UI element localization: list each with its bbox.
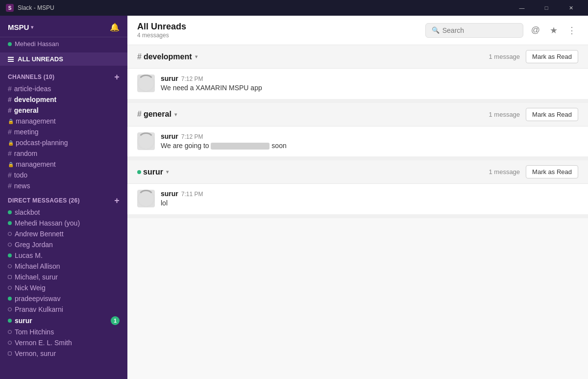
maximize-button[interactable]: □ [535,0,558,16]
message-text: We are going to soon [161,141,578,151]
dm-item-vernon-el[interactable]: Vernon E. L. Smith [0,337,127,348]
dm-status-dot [8,297,12,301]
search-input[interactable] [442,26,517,34]
msg-count-label: 1 message [489,168,520,176]
dm-item-mehedi[interactable]: Mehedi Hassan (you) [0,218,127,228]
slack-logo-icon: S [6,4,14,12]
dm-section-header: DIRECT MESSAGES (26) + [0,191,127,207]
chevron-down-icon: ▾ [195,54,197,59]
channel-item-todo[interactable]: # todo [0,170,127,180]
mark-read-button-general[interactable]: Mark as Read [526,108,578,121]
dm-item-pradeep[interactable]: pradeepviswav [0,293,127,304]
section-meta: 1 message Mark as Read [489,50,578,63]
chevron-down-icon: ▾ [166,169,169,175]
sidebar: MSPU ▾ 🔔 Mehedi Hassan ALL UNREADS CHANN… [0,16,127,379]
msg-count-label: 1 message [489,53,520,60]
user-name: Mehedi Hassan [15,40,59,48]
search-box[interactable]: 🔍 [425,23,523,38]
all-unreads-label: ALL UNREADS [18,55,63,63]
channel-item-random[interactable]: # random [0,148,127,159]
dm-item-michael-allison[interactable]: Michael Allison [0,261,127,272]
message-text: We need a XAMARIN MSPU app [161,83,578,93]
message-count: 4 messages [137,32,186,39]
dm-name: surur [143,168,163,177]
dm-status-dot [8,253,12,257]
section-development: # development ▾ 1 message Mark as Read [127,45,588,103]
dm-status-dot [8,330,12,334]
lock-icon-3: 🔒 [8,162,14,167]
dm-item-lucas[interactable]: Lucas M. [0,250,127,261]
avatar [137,132,155,150]
msg-count-label: 1 message [489,111,520,118]
titlebar: S Slack - MSPU — □ ✕ [0,0,588,16]
avatar-spinner [137,75,155,92]
dm-item-michael-surur[interactable]: Michael, surur [0,272,127,282]
avatar [137,75,155,92]
user-status: Mehedi Hassan [0,37,127,52]
hamburger-icon [8,57,14,62]
mark-read-button-surur[interactable]: Mark as Read [526,165,578,178]
online-status-dot [137,170,141,174]
channel-item-news[interactable]: # news [0,180,127,191]
channel-list: # article-ideas # development # general … [0,83,127,191]
dm-item-pranav[interactable]: Pranav Kulkarni [0,304,127,315]
lock-icon-2: 🔒 [8,140,14,146]
sidebar-header: MSPU ▾ 🔔 [0,16,127,37]
message-author: surur [161,190,178,198]
bell-icon[interactable]: 🔔 [110,23,120,32]
message-header: surur 7:11 PM [161,190,578,198]
dm-item-vernon-surur[interactable]: Vernon, surur [0,348,127,359]
channel-item-article-ideas[interactable]: # article-ideas [0,83,127,94]
workspace-chevron-icon: ▾ [31,25,33,30]
page-title: All Unreads [137,22,186,32]
avatar-spinner [137,190,155,207]
minimize-button[interactable]: — [511,0,533,16]
message-item: surur 7:12 PM We need a XAMARIN MSPU app [127,69,588,99]
channel-item-general[interactable]: # general [0,105,127,116]
section-surur-dm: surur ▾ 1 message Mark as Read surur [127,160,588,218]
app-container: MSPU ▾ 🔔 Mehedi Hassan ALL UNREADS CHANN… [0,16,588,379]
all-unreads-button[interactable]: ALL UNREADS [0,52,127,66]
section-title: # development ▾ [137,52,197,61]
dm-item-nick[interactable]: Nick Weig [0,282,127,293]
section-header-general: # general ▾ 1 message Mark as Read [127,103,588,126]
dm-status-dot [8,286,12,290]
dm-item-andrew[interactable]: Andrew Bennett [0,228,127,239]
star-icon[interactable]: ★ [548,23,560,38]
at-icon[interactable]: @ [529,23,542,37]
channel-item-podcast-planning[interactable]: 🔒 podcast-planning [0,137,127,148]
channels-label: CHANNELS (10) [8,74,54,80]
dm-status-dot [8,275,12,279]
dm-item-greg[interactable]: Greg Jordan [0,239,127,250]
channel-item-meeting[interactable]: # meeting [0,126,127,137]
add-dm-button[interactable]: + [114,196,120,205]
channel-item-development[interactable]: # development [0,94,127,105]
avatar [137,190,155,207]
dm-status-dot [8,352,12,355]
mark-read-button-development[interactable]: Mark as Read [526,50,578,63]
channels-section-header: CHANNELS (10) + [0,68,127,83]
dm-status-dot [8,319,12,323]
dm-item-tom[interactable]: Tom Hitchins [0,327,127,337]
section-header-surur: surur ▾ 1 message Mark as Read [127,160,588,184]
dm-item-surur[interactable]: surur 1 [0,315,127,327]
dm-item-slackbot[interactable]: slackbot [0,207,127,218]
dm-list: slackbot Mehedi Hassan (you) Andrew Benn… [0,207,127,359]
user-online-dot [8,42,12,46]
dm-status-dot [8,243,12,247]
topbar-left: All Unreads 4 messages [137,22,186,39]
message-content: surur 7:12 PM We are going to soon [161,132,578,151]
section-title: # general ▾ [137,110,177,119]
channel-item-management-lock2[interactable]: 🔒 management [0,159,127,170]
section-general: # general ▾ 1 message Mark as Read [127,103,588,161]
channel-item-management-lock1[interactable]: 🔒 management [0,116,127,126]
more-icon[interactable]: ⋮ [565,23,578,38]
workspace-name[interactable]: MSPU ▾ [8,23,33,31]
message-item: surur 7:12 PM We are going to soon [127,126,588,157]
section-meta: 1 message Mark as Read [489,165,578,178]
dm-status-dot [8,210,12,214]
section-header-development: # development ▾ 1 message Mark as Read [127,45,588,69]
channel-name: development [144,52,192,61]
add-channel-button[interactable]: + [114,73,120,81]
close-button[interactable]: ✕ [560,0,582,16]
